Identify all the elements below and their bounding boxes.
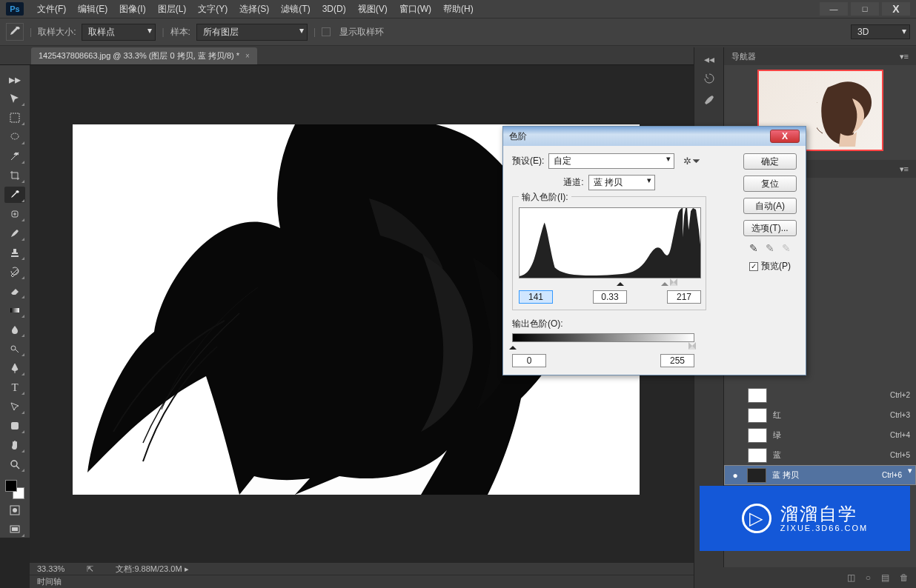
panel-footer: ◫ ○ ▤ 🗑	[723, 567, 916, 588]
hand-tool[interactable]	[4, 437, 25, 453]
output-white-field[interactable]: 255	[660, 354, 694, 367]
export-icon[interactable]: ⇱	[87, 564, 93, 574]
menu-file[interactable]: 文件(F)	[31, 3, 72, 16]
reset-button[interactable]: 复位	[743, 176, 797, 192]
3d-mode-select[interactable]: 3D	[851, 24, 910, 39]
sample-layers-select[interactable]: 所有图层	[196, 24, 308, 41]
create-new-icon[interactable]: ▤	[881, 572, 889, 583]
magic-wand-tool[interactable]	[4, 148, 25, 164]
zoom-tool[interactable]	[4, 456, 25, 472]
output-sliders[interactable]	[512, 344, 694, 351]
window-maximize[interactable]: □	[851, 2, 879, 16]
output-gradient[interactable]	[512, 333, 694, 342]
input-sliders[interactable]	[519, 280, 701, 287]
channel-select[interactable]: 蓝 拷贝	[588, 175, 655, 190]
preset-select[interactable]: 自定	[548, 153, 674, 169]
out-black-slider[interactable]	[509, 342, 517, 350]
out-white-slider[interactable]	[688, 342, 696, 350]
sample-label: 样本:	[170, 26, 190, 39]
zoom-value[interactable]: 33.33%	[37, 564, 64, 573]
crop-tool[interactable]	[4, 167, 25, 184]
options-button[interactable]: 选项(T)...	[743, 220, 797, 236]
brush-tool[interactable]	[4, 225, 25, 241]
pen-tool[interactable]	[4, 360, 25, 376]
gamma-slider[interactable]	[661, 278, 668, 286]
brush-panel-icon[interactable]	[703, 94, 715, 108]
lasso-tool[interactable]	[4, 129, 25, 145]
eyedropper-pickers: ✎ ✎ ✎	[749, 242, 791, 254]
collapse-icon[interactable]: ◂◂	[704, 53, 714, 65]
path-select-tool[interactable]	[4, 398, 25, 415]
menu-layer[interactable]: 图层(L)	[152, 3, 193, 16]
shape-tool[interactable]	[4, 418, 25, 434]
menu-help[interactable]: 帮助(H)	[437, 3, 479, 16]
screen-mode-icon[interactable]	[4, 521, 25, 538]
input-white-field[interactable]: 217	[667, 290, 701, 304]
menubar: Ps 文件(F) 编辑(E) 图像(I) 图层(L) 文字(Y) 选择(S) 滤…	[0, 0, 916, 18]
app-logo: Ps	[6, 2, 24, 16]
healing-tool[interactable]	[4, 206, 25, 222]
channel-name: 绿	[773, 430, 781, 441]
channel-row-0[interactable]: Ctrl+2	[724, 385, 916, 405]
menu-edit[interactable]: 编辑(E)	[72, 3, 113, 16]
channel-row-1[interactable]: 红Ctrl+3	[724, 405, 916, 425]
quick-mask-icon[interactable]	[4, 502, 25, 518]
ok-button[interactable]: 确定	[743, 153, 797, 170]
history-brush-tool[interactable]	[4, 264, 25, 280]
gradient-tool[interactable]	[4, 302, 25, 318]
channel-row-4[interactable]: ●蓝 拷贝Ctrl+6	[724, 465, 916, 485]
expand-icon[interactable]: ▸▸	[4, 71, 25, 87]
navigator-header[interactable]: 导航器 ▾≡	[724, 47, 916, 65]
black-slider[interactable]	[617, 278, 624, 286]
panel-menu-icon-2[interactable]: ▾≡	[900, 164, 909, 174]
auto-button[interactable]: 自动(A)	[743, 198, 797, 214]
sample-size-select[interactable]: 取样点	[82, 24, 156, 41]
blur-tool[interactable]	[4, 321, 25, 338]
document-tab[interactable]: 1425437808663.jpg @ 33.3% (图层 0 拷贝, 蓝 拷贝…	[31, 47, 257, 64]
move-tool[interactable]	[4, 90, 25, 107]
eraser-tool[interactable]	[4, 283, 25, 299]
close-tab-icon[interactable]: ×	[245, 52, 250, 60]
window-minimize[interactable]: —	[820, 2, 848, 16]
sample-size-label: 取样大小:	[38, 26, 76, 39]
svg-point-6	[11, 461, 17, 467]
dialog-titlebar[interactable]: 色阶 X	[503, 127, 806, 146]
timeline-bar[interactable]: 时间轴	[30, 575, 694, 588]
menu-type[interactable]: 文字(Y)	[192, 3, 233, 16]
gray-point-picker[interactable]: ✎	[766, 242, 774, 254]
menu-select[interactable]: 选择(S)	[233, 3, 275, 16]
new-channel-icon[interactable]: ◫	[847, 572, 855, 583]
history-panel-icon[interactable]	[703, 73, 715, 87]
marquee-tool[interactable]	[4, 110, 25, 126]
menu-image[interactable]: 图像(I)	[113, 3, 151, 16]
white-point-picker[interactable]: ✎	[782, 242, 791, 254]
preview-checkbox[interactable]: ✓	[749, 262, 758, 271]
mask-channel-icon[interactable]: ○	[866, 572, 871, 583]
channel-thumb	[747, 468, 766, 483]
panel-menu-icon[interactable]: ▾≡	[900, 52, 909, 61]
eyedropper-tool[interactable]	[4, 187, 25, 203]
channel-row-2[interactable]: 绿Ctrl+4	[724, 425, 916, 445]
dialog-close-button[interactable]: X	[770, 130, 800, 143]
window-close[interactable]: X	[882, 2, 910, 16]
stamp-tool[interactable]	[4, 244, 25, 261]
black-point-picker[interactable]: ✎	[749, 242, 758, 254]
channel-name: 蓝	[773, 450, 781, 461]
channel-row-3[interactable]: 蓝Ctrl+5	[724, 445, 916, 465]
show-ring-checkbox[interactable]	[322, 27, 331, 36]
output-black-field[interactable]: 0	[512, 354, 546, 367]
delete-icon[interactable]: 🗑	[900, 572, 909, 583]
input-gamma-field[interactable]: 0.33	[593, 290, 627, 304]
preset-menu-icon[interactable]: ✲⏷	[683, 156, 701, 167]
menu-filter[interactable]: 滤镜(T)	[275, 3, 316, 16]
dodge-tool[interactable]	[4, 341, 25, 357]
eyedropper-tool-icon[interactable]	[6, 23, 24, 41]
color-swatch[interactable]	[5, 480, 24, 499]
menu-view[interactable]: 视图(V)	[352, 3, 394, 16]
white-slider[interactable]	[670, 278, 677, 286]
menu-window[interactable]: 窗口(W)	[394, 3, 437, 16]
visibility-icon[interactable]: ●	[729, 470, 741, 481]
type-tool[interactable]: T	[4, 379, 25, 395]
menu-3d[interactable]: 3D(D)	[316, 4, 352, 14]
input-black-field[interactable]: 141	[519, 290, 553, 304]
